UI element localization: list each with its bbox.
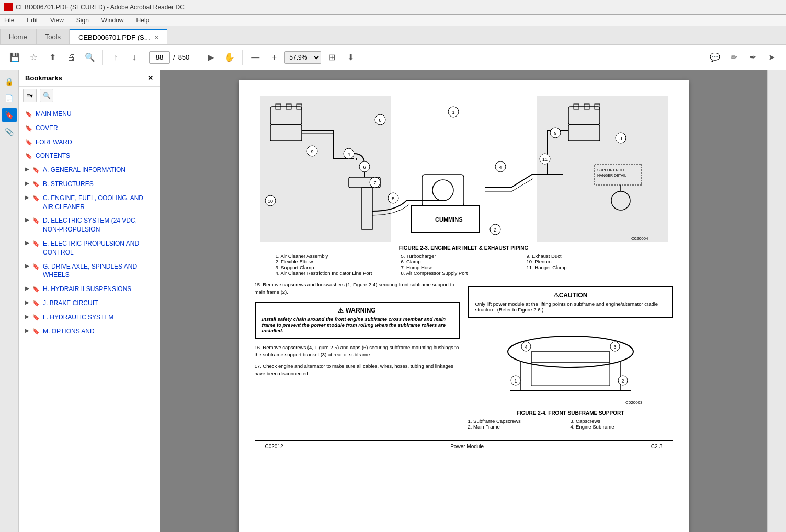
bm-bookmark-icon-11: 🔖 bbox=[32, 285, 40, 293]
svg-text:3: 3 bbox=[619, 136, 622, 141]
tab-document-label: CEBD006701.PDF (S... bbox=[78, 33, 150, 41]
main-layout: 🔒 📄 🔖 📎 Bookmarks ✕ ≡▾ 🔍 🔖 MAIN MENU 🔖 C… bbox=[0, 70, 786, 532]
prev-page-button[interactable]: ↑ bbox=[107, 49, 124, 66]
svg-text:5: 5 bbox=[392, 196, 394, 201]
menu-file[interactable]: File bbox=[2, 16, 16, 25]
bm-item-structures[interactable]: ▶ 🔖 B. STRUCTURES bbox=[19, 177, 160, 191]
highlight-button[interactable]: ✏ bbox=[725, 49, 742, 66]
bm-expand-icon-3[interactable]: ▶ bbox=[25, 194, 29, 201]
toolbar: 💾 ☆ ⬆ 🖨 🔍 ↑ ↓ C2-3 / 850 ▶ ✋ — + 57.9% 5… bbox=[0, 45, 786, 70]
bookmark-tool-button[interactable]: 🔖 bbox=[2, 108, 17, 122]
lock-tool-button[interactable]: 🔒 bbox=[2, 74, 17, 89]
bm-expand-icon-7[interactable]: ▶ bbox=[25, 285, 29, 292]
bm-item-drive-axle[interactable]: ▶ 🔖 G. DRIVE AXLE, SPINDLES AND WHEELS bbox=[19, 260, 160, 283]
upload-button[interactable]: ⬆ bbox=[44, 49, 61, 66]
zoom-in-button[interactable]: + bbox=[266, 49, 282, 66]
sign-button[interactable]: ✒ bbox=[744, 49, 761, 66]
search-button[interactable]: 🔍 bbox=[82, 49, 98, 66]
bookmarks-close-button[interactable]: ✕ bbox=[147, 74, 153, 82]
svg-text:CUMMINS: CUMMINS bbox=[435, 216, 463, 223]
bm-expand-icon-9[interactable]: ▶ bbox=[25, 313, 29, 320]
engine-air-inlet-diagram: CUMMINS SUPPORT ROD bbox=[260, 96, 668, 242]
menu-sign[interactable]: Sign bbox=[74, 16, 91, 25]
footer-right: C2-3 bbox=[651, 444, 663, 449]
fit-width-button[interactable]: ⬇ bbox=[342, 49, 359, 66]
cursor-tool-button[interactable]: ▶ bbox=[202, 49, 219, 66]
bm-item-cover[interactable]: 🔖 COVER bbox=[19, 121, 160, 135]
bm-item-contents[interactable]: 🔖 CONTENTS bbox=[19, 149, 160, 163]
bm-bookmark-icon-9: 🔖 bbox=[32, 240, 40, 248]
bm-expand-icon-8[interactable]: ▶ bbox=[25, 299, 29, 306]
zoom-out-button[interactable]: — bbox=[247, 49, 264, 66]
tab-close-button[interactable]: ✕ bbox=[154, 34, 158, 40]
zoom-select[interactable]: 57.9% 50% 75% 100% 125% bbox=[284, 51, 321, 64]
bm-item-electric-propulsion[interactable]: ▶ 🔖 E. ELECTRIC PROPULSION AND CONTROL bbox=[19, 237, 160, 260]
svg-text:3: 3 bbox=[613, 344, 616, 350]
bm-item-general-info[interactable]: ▶ 🔖 A. GENERAL INFORMATION bbox=[19, 163, 160, 177]
bm-list-view-button[interactable]: ≡▾ bbox=[23, 89, 37, 102]
bm-search-button[interactable]: 🔍 bbox=[40, 89, 53, 102]
bm-bookmark-icon-6: 🔖 bbox=[32, 180, 40, 188]
bookmarks-toolbar: ≡▾ 🔍 bbox=[19, 87, 160, 105]
tab-home[interactable]: Home bbox=[0, 29, 36, 44]
figure-2-4-area: 4 3 1 2 C0200 bbox=[468, 323, 673, 430]
share-button[interactable]: ➤ bbox=[763, 49, 780, 66]
svg-text:9: 9 bbox=[554, 131, 556, 136]
menu-edit[interactable]: Edit bbox=[25, 16, 40, 25]
bm-expand-icon-4[interactable]: ▶ bbox=[25, 216, 29, 224]
bm-item-options[interactable]: ▶ 🔖 M. OPTIONS AND bbox=[19, 325, 160, 339]
menu-window[interactable]: Window bbox=[99, 16, 126, 25]
svg-text:1: 1 bbox=[514, 378, 517, 384]
pdf-viewer-area[interactable]: CUMMINS SUPPORT ROD bbox=[160, 70, 767, 532]
svg-text:7: 7 bbox=[373, 180, 376, 186]
svg-text:8: 8 bbox=[379, 118, 381, 123]
bm-bookmark-icon-5: 🔖 bbox=[32, 166, 40, 174]
bm-item-foreward[interactable]: 🔖 FOREWARD bbox=[19, 135, 160, 149]
bm-bookmark-icon-10: 🔖 bbox=[32, 263, 40, 271]
tab-bar: Home Tools CEBD006701.PDF (S... ✕ bbox=[0, 26, 786, 45]
paperclip-tool-button[interactable]: 📎 bbox=[2, 124, 17, 139]
figure-2-3-caption: FIGURE 2-3. ENGINE AIR INLET & EXHAUST P… bbox=[255, 245, 673, 251]
bm-item-hydraulic[interactable]: ▶ 🔖 L. HYDRAULIC SYSTEM bbox=[19, 310, 160, 325]
svg-text:C020003: C020003 bbox=[625, 400, 643, 405]
warning-title: ⚠ ⚠WARNINGWARNING bbox=[262, 307, 452, 314]
bm-item-electric-24v[interactable]: ▶ 🔖 D. ELECTRIC SYSTEM (24 VDC, NON-PROP… bbox=[19, 214, 160, 237]
comment-button[interactable]: 💬 bbox=[707, 49, 723, 66]
bm-expand-icon-5[interactable]: ▶ bbox=[25, 239, 29, 247]
fit-page-button[interactable]: ⊞ bbox=[323, 49, 340, 66]
menu-help[interactable]: Help bbox=[134, 16, 152, 25]
bm-item-main-menu[interactable]: 🔖 MAIN MENU bbox=[19, 107, 160, 121]
bm-item-hydrair[interactable]: ▶ 🔖 H. HYDRAIR II SUSPENSIONS bbox=[19, 282, 160, 296]
caution-box: ⚠CAUTION Only lift power module at the l… bbox=[468, 286, 673, 318]
page-number-input[interactable]: C2-3 bbox=[149, 51, 170, 64]
bm-bookmark-icon-13: 🔖 bbox=[32, 314, 40, 321]
svg-text:SUPPORT ROD: SUPPORT ROD bbox=[597, 168, 624, 172]
bm-expand-icon-2[interactable]: ▶ bbox=[25, 180, 29, 187]
save-button[interactable]: 💾 bbox=[6, 49, 23, 66]
bm-item-engine[interactable]: ▶ 🔖 C. ENGINE, FUEL, COOLING, AND AIR CL… bbox=[19, 191, 160, 214]
next-page-button[interactable]: ↓ bbox=[126, 49, 143, 66]
hand-tool-button[interactable]: ✋ bbox=[221, 49, 238, 66]
bm-bookmark-icon-3: 🔖 bbox=[25, 138, 32, 146]
menu-view[interactable]: View bbox=[48, 16, 66, 25]
window-title: CEBD006701.PDF (SECURED) - Adobe Acrobat… bbox=[16, 4, 185, 11]
bookmark-add-button[interactable]: ☆ bbox=[25, 49, 42, 66]
bm-bookmark-icon-12: 🔖 bbox=[32, 299, 40, 307]
caution-text: Only lift power module at the lifting po… bbox=[475, 301, 666, 313]
svg-text:2: 2 bbox=[494, 227, 496, 233]
warning-box: ⚠ ⚠WARNINGWARNING Install safety chain a… bbox=[255, 302, 460, 339]
tab-tools-label: Tools bbox=[45, 33, 61, 41]
separator-3 bbox=[242, 50, 243, 65]
bm-expand-icon-6[interactable]: ▶ bbox=[25, 262, 29, 270]
svg-text:HANGER DETAIL: HANGER DETAIL bbox=[597, 174, 626, 177]
bm-expand-icon[interactable]: ▶ bbox=[25, 166, 29, 173]
pdf-page: CUMMINS SUPPORT ROD bbox=[239, 80, 689, 532]
page-separator: / bbox=[173, 53, 175, 61]
tab-document[interactable]: CEBD006701.PDF (S... ✕ bbox=[70, 29, 167, 44]
bm-expand-icon-10[interactable]: ▶ bbox=[25, 327, 29, 334]
pages-tool-button[interactable]: 📄 bbox=[2, 91, 17, 106]
bm-item-brake[interactable]: ▶ 🔖 J. BRAKE CIRCUIT bbox=[19, 296, 160, 310]
total-pages: 850 bbox=[178, 53, 190, 61]
tab-tools[interactable]: Tools bbox=[36, 29, 70, 44]
print-button[interactable]: 🖨 bbox=[63, 49, 79, 66]
